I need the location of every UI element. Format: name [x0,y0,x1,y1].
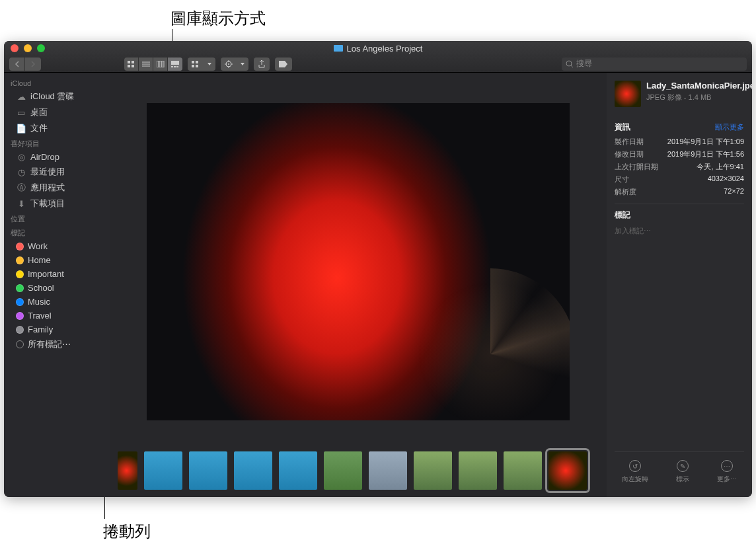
clock-icon: ◷ [16,167,26,176]
window-controls [11,44,45,52]
tag-dot-icon [16,270,24,278]
thumb-item[interactable] [144,451,182,490]
svg-rect-2 [128,65,130,67]
sidebar-section-tags: 標記 [4,225,110,239]
sidebar-tag-work[interactable]: Work [4,239,110,253]
action-group [221,58,248,71]
info-row-resolution: 解析度72×72 [615,186,744,198]
tag-dot-icon [16,256,24,264]
svg-rect-7 [157,61,159,67]
main-content [110,73,607,497]
search-field[interactable]: 搜尋 [562,58,747,71]
desktop-icon: ▭ [16,108,26,117]
info-thumbnail [615,81,641,107]
svg-rect-3 [132,65,134,67]
svg-rect-1 [132,61,134,63]
toolbar: 搜尋 [4,56,752,73]
sidebar-tag-important[interactable]: Important [4,267,110,281]
sidebar-item-documents[interactable]: 📄文件 [4,120,110,136]
markup-icon: ✎ [677,460,689,472]
sidebar-tag-travel[interactable]: Travel [4,309,110,323]
thumb-item-selected[interactable] [548,451,587,490]
tag-dot-icon [16,326,24,334]
svg-rect-12 [174,66,176,67]
column-view-button[interactable] [153,58,168,71]
share-button[interactable] [254,58,270,71]
downloads-icon: ⬇ [16,199,26,208]
callout-label-gallery-view: 圖庫顯示方式 [170,8,266,29]
arrange-dropdown[interactable] [204,58,215,71]
arrange-group [188,58,215,71]
sidebar-tag-music[interactable]: Music [4,295,110,309]
thumb-item[interactable] [414,451,452,490]
forward-button[interactable] [25,58,41,71]
sidebar-item-applications[interactable]: Ⓐ應用程式 [4,180,110,196]
markup-button[interactable]: ✎ 標示 [676,460,689,484]
search-icon [566,60,574,68]
info-panel: Lady_SantaMonicaPier.jpeg JPEG 影像 - 1.4 … [607,73,752,497]
sidebar-item-desktop[interactable]: ▭桌面 [4,104,110,120]
nav-buttons [9,58,41,71]
callout-line [104,494,105,519]
sidebar-tag-family[interactable]: Family [4,323,110,336]
icon-view-button[interactable] [124,58,139,71]
svg-rect-17 [196,65,198,67]
arrange-button[interactable] [188,58,204,71]
sidebar-item-icloud-drive[interactable]: ☁iCloud 雲碟 [4,89,110,104]
thumb-item[interactable] [504,451,542,490]
callout-label-filmstrip: 捲動列 [103,521,151,540]
sidebar-item-downloads[interactable]: ⬇下載項目 [4,196,110,212]
titlebar[interactable]: Los Angeles Project [4,41,752,56]
sidebar: iCloud ☁iCloud 雲碟 ▭桌面 📄文件 喜好項目 ◎AirDrop … [4,73,110,497]
airdrop-icon: ◎ [16,153,26,162]
sidebar-section-locations: 位置 [4,212,110,225]
info-title: 資訊 [615,122,630,133]
back-button[interactable] [9,58,25,71]
show-more-link[interactable]: 顯示更多 [715,122,744,132]
rotate-left-button[interactable]: ↺ 向左旋轉 [622,460,648,484]
info-row-lastopened: 上次打開日期今天, 上午9:41 [615,161,744,173]
add-tag-field[interactable]: 加入標記⋯ [615,223,744,239]
svg-rect-9 [162,61,164,67]
sidebar-all-tags[interactable]: 所有標記⋯ [4,336,110,352]
sidebar-item-recents[interactable]: ◷最近使用 [4,164,110,180]
svg-rect-15 [196,61,198,63]
file-kind-size: JPEG 影像 - 1.4 MB [646,93,752,102]
thumb-item[interactable] [369,451,407,490]
sidebar-tag-school[interactable]: School [4,281,110,295]
thumb-item[interactable] [279,451,317,490]
close-button[interactable] [11,44,19,52]
filmstrip[interactable] [110,444,607,497]
view-mode-group [124,58,182,71]
thumb-item[interactable] [234,451,272,490]
preview-image[interactable] [147,103,570,420]
thumb-item[interactable] [324,451,362,490]
sidebar-item-airdrop[interactable]: ◎AirDrop [4,150,110,164]
action-dropdown[interactable] [237,58,248,71]
info-row-dimensions: 尺寸4032×3024 [615,173,744,186]
thumb-item[interactable] [189,451,227,490]
maximize-button[interactable] [37,44,45,52]
svg-rect-11 [171,66,173,67]
more-button[interactable]: ⋯ 更多⋯ [717,460,737,484]
minimize-button[interactable] [24,44,32,52]
svg-rect-13 [176,66,178,67]
info-row-created: 製作日期2019年9月1日 下午1:09 [615,135,744,148]
preview-area [110,73,607,444]
list-view-button[interactable] [139,58,153,71]
tags-section-header: 標記 [615,204,744,221]
action-button[interactable] [221,58,237,71]
svg-rect-14 [192,61,194,63]
svg-point-19 [228,63,229,65]
more-icon: ⋯ [721,460,733,472]
sidebar-tag-home[interactable]: Home [4,253,110,267]
tags-button[interactable] [275,58,292,71]
title-text: Los Angeles Project [347,44,423,54]
tag-dot-icon [16,312,24,320]
window-title: Los Angeles Project [334,44,423,54]
all-tags-icon [16,340,24,348]
gallery-view-button[interactable] [168,58,182,71]
thumb-partial[interactable] [118,451,137,490]
info-section-header: 資訊 顯示更多 [615,122,744,133]
thumb-item[interactable] [459,451,497,490]
